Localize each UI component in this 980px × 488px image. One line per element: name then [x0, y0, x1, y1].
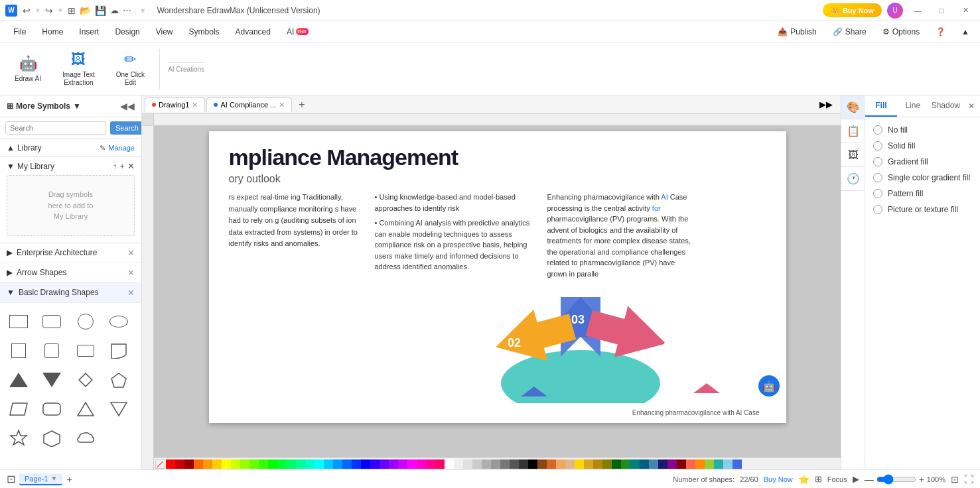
library-title[interactable]: ▲ Library	[7, 143, 42, 152]
color-swatch[interactable]	[602, 459, 612, 469]
color-swatch[interactable]	[370, 459, 380, 469]
radio-no-fill[interactable]	[873, 125, 882, 135]
color-swatch[interactable]	[519, 459, 528, 469]
add-library-icon[interactable]: +	[119, 161, 125, 171]
category-enterprise[interactable]: ▶ Enterprise Architecture ✕	[0, 243, 141, 263]
focus-button[interactable]: Focus	[827, 475, 847, 483]
shape-tag[interactable]	[72, 337, 99, 364]
color-swatch[interactable]	[389, 459, 398, 469]
color-swatch[interactable]	[723, 459, 733, 469]
more-toolbar-button[interactable]: ⋯	[121, 4, 133, 17]
shape-oval[interactable]	[105, 308, 132, 335]
close-library-icon[interactable]: ✕	[127, 161, 135, 171]
color-swatch[interactable]	[528, 459, 537, 469]
radio-single-gradient[interactable]	[873, 173, 882, 182]
color-swatch[interactable]	[463, 459, 472, 469]
fill-option-picture[interactable]: Picture or texture fill	[873, 205, 972, 214]
ai-chat-button[interactable]: 🤖	[758, 375, 780, 396]
menu-file[interactable]: File	[5, 25, 34, 39]
color-swatch[interactable]	[612, 459, 621, 469]
options-button[interactable]: ⚙ Options	[877, 25, 925, 39]
color-swatch[interactable]	[315, 459, 324, 469]
color-swatch[interactable]	[231, 459, 240, 469]
color-swatch[interactable]	[240, 459, 249, 469]
fit-page-button[interactable]: ⊡	[951, 474, 959, 485]
shape-rounded-rect[interactable]	[38, 308, 65, 335]
radio-solid-fill[interactable]	[873, 141, 882, 151]
shape-tri3[interactable]	[105, 396, 132, 422]
toolbar-dropdown[interactable]: ▼	[139, 7, 147, 15]
shape-hexagon[interactable]	[38, 425, 65, 452]
color-swatch[interactable]	[500, 459, 510, 469]
shape-document[interactable]	[105, 337, 132, 364]
color-swatch[interactable]	[677, 459, 686, 469]
save-local-button[interactable]: 💾	[94, 4, 107, 17]
color-swatch[interactable]	[259, 459, 268, 469]
layout-icon[interactable]: ⊡	[7, 473, 15, 485]
manage-label[interactable]: Manage	[108, 144, 135, 152]
color-swatch[interactable]	[342, 459, 352, 469]
shape-circle[interactable]	[72, 308, 99, 335]
tab-line[interactable]: Line	[897, 95, 929, 117]
color-swatch[interactable]	[537, 459, 547, 469]
new-button[interactable]: ⊞	[66, 4, 77, 17]
edraw-ai-button[interactable]: 🤖 Edraw AI	[8, 51, 48, 87]
tab-close-drawing1[interactable]: ✕	[192, 101, 198, 109]
fill-option-gradient[interactable]: Gradient fill	[873, 157, 972, 166]
color-swatch[interactable]	[277, 459, 287, 469]
color-swatch[interactable]	[510, 459, 519, 469]
color-swatch[interactable]	[249, 459, 259, 469]
menu-ai[interactable]: AI hot	[279, 25, 316, 39]
color-swatch[interactable]	[547, 459, 556, 469]
color-swatch[interactable]	[472, 459, 482, 469]
color-swatch[interactable]	[667, 459, 677, 469]
open-button[interactable]: 📂	[78, 4, 92, 17]
color-swatch[interactable]	[584, 459, 593, 469]
color-swatch[interactable]	[714, 459, 723, 469]
play-button[interactable]: ▶	[853, 474, 859, 484]
shape-rectangle[interactable]	[5, 308, 32, 335]
color-swatch[interactable]	[175, 459, 184, 469]
color-swatch[interactable]	[194, 459, 203, 469]
color-swatch[interactable]	[575, 459, 584, 469]
minimize-button[interactable]: —	[908, 4, 927, 17]
color-swatch[interactable]	[426, 459, 435, 469]
sidebar-collapse-button[interactable]: ◀◀	[120, 101, 135, 111]
color-swatch[interactable]	[491, 459, 500, 469]
color-swatch[interactable]	[705, 459, 714, 469]
close-button[interactable]: ✕	[956, 4, 975, 17]
tab-drawing1[interactable]: Drawing1 ✕	[145, 97, 205, 112]
color-swatch[interactable]	[649, 459, 658, 469]
color-swatch[interactable]	[398, 459, 407, 469]
image-text-extraction-button[interactable]: 🖼 Image TextExtraction	[56, 47, 102, 91]
shape-small-rounded[interactable]	[38, 337, 65, 364]
image-panel-icon[interactable]: 🖼	[841, 143, 865, 167]
color-swatch[interactable]	[380, 459, 389, 469]
menu-design[interactable]: Design	[107, 25, 147, 39]
color-swatch[interactable]	[417, 459, 426, 469]
color-swatch[interactable]	[184, 459, 194, 469]
color-swatch[interactable]	[454, 459, 463, 469]
color-swatch[interactable]	[333, 459, 342, 469]
buy-now-button[interactable]: 👑 Buy Now	[823, 3, 882, 17]
fill-panel-icon[interactable]: 🎨	[841, 95, 865, 119]
collapse-ribbon-button[interactable]: ▲	[956, 25, 975, 39]
arrows-close-icon[interactable]: ✕	[127, 268, 135, 278]
shape-cloud[interactable]	[72, 425, 99, 452]
category-basic[interactable]: ▼ Basic Drawing Shapes ✕	[0, 283, 141, 303]
color-swatch[interactable]	[324, 459, 333, 469]
color-swatch[interactable]	[212, 459, 222, 469]
tab-close-ai[interactable]: ✕	[279, 101, 285, 109]
color-swatch[interactable]	[658, 459, 667, 469]
search-button[interactable]: Search	[110, 121, 142, 135]
color-swatch[interactable]	[203, 459, 212, 469]
color-swatch[interactable]	[361, 459, 370, 469]
buy-now-status-button[interactable]: Buy Now	[764, 475, 793, 483]
fill-option-no-fill[interactable]: No fill	[873, 125, 972, 135]
color-swatch[interactable]	[640, 459, 649, 469]
no-color-swatch[interactable]	[155, 459, 165, 469]
color-swatch[interactable]	[686, 459, 695, 469]
menu-home[interactable]: Home	[34, 25, 71, 39]
edit-icon[interactable]: ✎	[100, 144, 105, 152]
color-swatch[interactable]	[556, 459, 565, 469]
